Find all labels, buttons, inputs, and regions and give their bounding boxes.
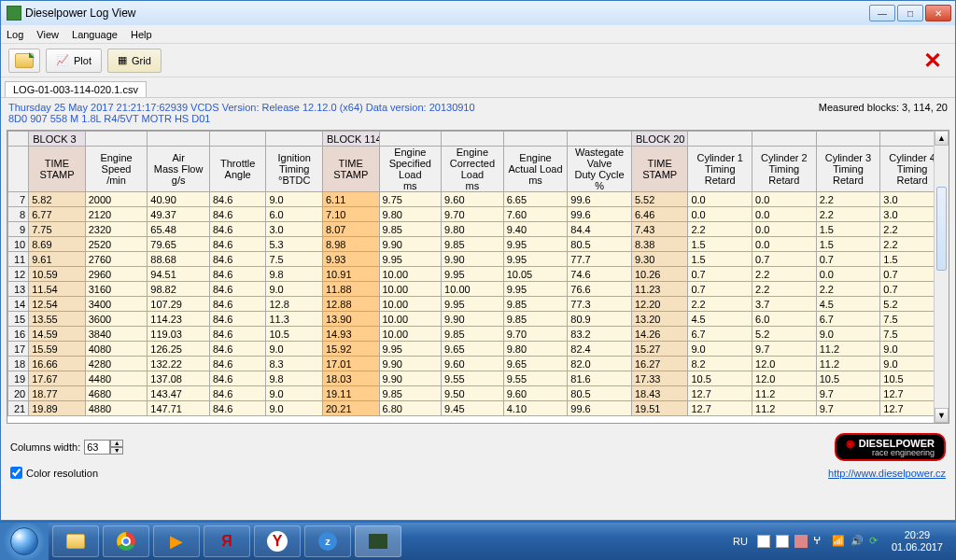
cell[interactable]: 18 (8, 357, 29, 371)
cell[interactable]: 10.00 (442, 282, 504, 297)
columns-width-spinner[interactable]: ▲▼ (84, 440, 123, 455)
cell[interactable]: 12.54 (29, 297, 86, 312)
cell[interactable]: 18.43 (631, 386, 688, 401)
cell[interactable]: 80.9 (568, 312, 632, 327)
cell[interactable]: 9.80 (503, 342, 568, 357)
cell[interactable]: 6.65 (503, 192, 568, 207)
cell[interactable]: 6.7 (816, 312, 880, 327)
table-row[interactable]: 1210.59296094.5184.69.810.9110.009.9510.… (8, 267, 945, 282)
table-row[interactable]: 1614.593840119.0384.610.514.9310.009.859… (8, 327, 945, 342)
cell[interactable]: 79.65 (148, 237, 210, 252)
cell[interactable]: 11.2 (816, 342, 880, 357)
cell[interactable]: 74.6 (568, 267, 632, 282)
cell[interactable]: 8.2 (688, 357, 752, 371)
cell[interactable]: 8.07 (322, 222, 379, 237)
cell[interactable]: 19.89 (29, 401, 86, 416)
cell[interactable]: 2520 (85, 237, 148, 252)
col-air-mass[interactable]: AirMass Flowg/s (148, 147, 210, 192)
start-button[interactable] (0, 523, 49, 560)
cell[interactable]: 9.61 (29, 252, 86, 267)
tb-yandex-2[interactable]: Y (254, 525, 301, 557)
cell[interactable]: 2.2 (816, 282, 880, 297)
cell[interactable]: 9.0 (266, 386, 323, 401)
cell[interactable]: 9.0 (688, 342, 752, 357)
table-row[interactable]: 108.69252079.6584.65.38.989.909.859.9580… (8, 237, 945, 252)
cell[interactable]: 83.2 (568, 327, 632, 342)
cell[interactable]: 4080 (85, 342, 148, 357)
cell[interactable]: 9.90 (379, 237, 442, 252)
table-row[interactable]: 1816.664280132.2284.68.317.019.909.609.6… (8, 357, 945, 371)
cell[interactable]: 9.45 (442, 401, 504, 416)
language-indicator[interactable]: RU (733, 536, 748, 547)
cell[interactable]: 9.95 (503, 237, 568, 252)
cell[interactable]: 77.3 (568, 297, 632, 312)
tray-network-icon[interactable]: 📶 (832, 535, 845, 548)
file-tab[interactable]: LOG-01-003-114-020.1.csv (5, 81, 147, 97)
minimize-button[interactable]: — (869, 5, 895, 21)
cell[interactable]: 9.90 (379, 371, 442, 386)
cell[interactable]: 10.00 (379, 312, 442, 327)
cell[interactable]: 10.5 (688, 371, 752, 386)
cell[interactable]: 6.46 (631, 207, 688, 222)
col-cyl2[interactable]: Cylinder 2TimingRetard (752, 147, 817, 192)
table-row[interactable]: 75.82200040.9084.69.06.119.759.606.6599.… (8, 192, 945, 207)
cell[interactable]: 132.22 (148, 357, 210, 371)
tray-flag-icon[interactable] (757, 535, 770, 548)
cell[interactable]: 4.5 (816, 297, 880, 312)
cell[interactable]: 12.8 (266, 297, 323, 312)
cell[interactable]: 12.0 (752, 357, 817, 371)
cell[interactable]: 21 (8, 401, 29, 416)
cell[interactable]: 3600 (85, 312, 148, 327)
cell[interactable]: 9.50 (442, 386, 504, 401)
table-row[interactable]: 2119.894880147.7184.69.020.216.809.454.1… (8, 401, 945, 416)
col-ignition[interactable]: IgnitionTiming°BTDC (266, 147, 323, 192)
cell[interactable]: 7.43 (631, 222, 688, 237)
spinner-down-icon[interactable]: ▼ (110, 447, 123, 455)
cell[interactable]: 84.6 (209, 357, 266, 371)
cell[interactable]: 147.71 (148, 401, 210, 416)
cell[interactable]: 1.5 (816, 237, 880, 252)
cell[interactable]: 5.2 (752, 327, 817, 342)
cell[interactable]: 4280 (85, 357, 148, 371)
cell[interactable]: 9.95 (379, 342, 442, 357)
cell[interactable]: 9.0 (266, 342, 323, 357)
close-x-icon[interactable]: ✕ (923, 48, 942, 74)
cell[interactable]: 9.70 (503, 327, 568, 342)
maximize-button[interactable]: □ (897, 5, 923, 21)
cell[interactable]: 7.5 (266, 252, 323, 267)
cell[interactable]: 9.7 (816, 386, 880, 401)
cell[interactable]: 9.8 (266, 371, 323, 386)
cell[interactable]: 9.55 (442, 371, 504, 386)
cell[interactable]: 49.37 (148, 207, 210, 222)
cell[interactable]: 0.0 (688, 192, 752, 207)
col-wastegate[interactable]: WastegateValveDuty Cycle% (568, 147, 632, 192)
cell[interactable]: 9.60 (442, 192, 504, 207)
cell[interactable]: 10.59 (29, 267, 86, 282)
titlebar[interactable]: Dieselpower Log View — □ ✕ (1, 1, 955, 25)
cell[interactable]: 7 (8, 192, 29, 207)
cell[interactable]: 88.68 (148, 252, 210, 267)
scroll-up-icon[interactable]: ▲ (935, 131, 949, 146)
cell[interactable]: 94.51 (148, 267, 210, 282)
cell[interactable]: 84.6 (209, 297, 266, 312)
cell[interactable]: 9.80 (379, 207, 442, 222)
cell[interactable]: 9.75 (379, 192, 442, 207)
cell[interactable]: 17.33 (631, 371, 688, 386)
cell[interactable]: 13.55 (29, 312, 86, 327)
cell[interactable]: 99.6 (568, 207, 632, 222)
cell[interactable]: 2.2 (752, 267, 817, 282)
cell[interactable]: 10.05 (503, 267, 568, 282)
cell[interactable]: 15.92 (322, 342, 379, 357)
cell[interactable]: 11.2 (816, 357, 880, 371)
cell[interactable]: 1.5 (688, 237, 752, 252)
cell[interactable]: 8.38 (631, 237, 688, 252)
cell[interactable]: 5.82 (29, 192, 86, 207)
cell[interactable]: 9.95 (442, 297, 504, 312)
cell[interactable]: 84.6 (209, 252, 266, 267)
menu-log[interactable]: Log (7, 29, 23, 40)
table-row[interactable]: 1513.553600114.2384.611.313.9010.009.909… (8, 312, 945, 327)
cell[interactable]: 9.65 (503, 357, 568, 371)
cell[interactable]: 2.2 (688, 297, 752, 312)
cell[interactable]: 1.5 (688, 252, 752, 267)
cell[interactable]: 2.2 (816, 207, 880, 222)
